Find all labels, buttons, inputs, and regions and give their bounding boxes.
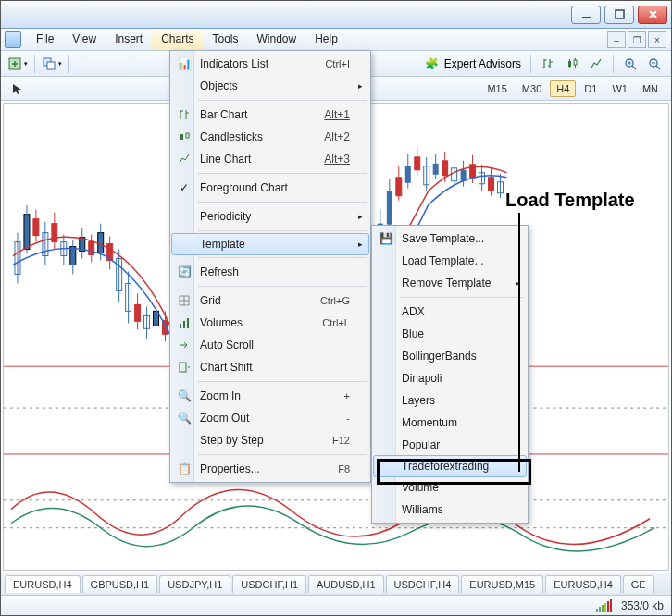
svg-rect-81 bbox=[183, 321, 185, 328]
tab-audusd-h1[interactable]: AUDUSD,H1 bbox=[308, 575, 384, 593]
menu-bar-chart[interactable]: Bar ChartAlt+1 bbox=[172, 104, 368, 126]
save-template-icon: 💾 bbox=[378, 230, 394, 247]
submenu-adx[interactable]: ADX bbox=[374, 301, 526, 323]
menu-indicators-list[interactable]: 📊Indicators ListCtrl+I bbox=[172, 53, 368, 75]
menu-chart-shift[interactable]: Chart Shift bbox=[172, 356, 368, 378]
menu-step-by-step[interactable]: Step by StepF12 bbox=[172, 429, 368, 451]
menu-grid[interactable]: GridCtrl+G bbox=[172, 290, 368, 312]
maximize-button[interactable] bbox=[604, 6, 634, 24]
tab-eurusd-h4[interactable]: EURUSD,H4 bbox=[5, 575, 81, 593]
indicators-icon: 📊 bbox=[176, 55, 193, 72]
template-submenu: 💾Save Template... Load Template... Remov… bbox=[371, 225, 529, 524]
charts-dropdown-menu: 📊Indicators ListCtrl+I Objects▸ Bar Char… bbox=[169, 50, 371, 483]
window-titlebar bbox=[1, 1, 671, 29]
status-kb: 353/0 kb bbox=[621, 599, 664, 612]
submenu-volume[interactable]: Volume bbox=[374, 476, 526, 499]
autoscroll-icon bbox=[176, 337, 193, 353]
tab-truncated[interactable]: GE bbox=[623, 575, 654, 593]
tab-usdchf-h1[interactable]: USDCHF,H1 bbox=[232, 575, 306, 593]
tab-gbpusd-h1[interactable]: GBPUSD,H1 bbox=[82, 575, 158, 593]
menu-zoom-in[interactable]: 🔍Zoom In+ bbox=[172, 385, 368, 407]
chart-tabs: EURUSD,H4 GBPUSD,H1 USDJPY,H1 USDCHF,H1 … bbox=[1, 573, 671, 595]
profiles-button[interactable] bbox=[41, 54, 63, 74]
tab-eurusd-h4-2[interactable]: EURUSD,H4 bbox=[545, 575, 621, 593]
close-button[interactable] bbox=[638, 6, 667, 24]
candlestick-icon[interactable] bbox=[561, 54, 583, 74]
checkmark-icon: ✓ bbox=[176, 179, 193, 196]
annotation-line bbox=[518, 213, 520, 472]
svg-rect-4 bbox=[47, 62, 55, 69]
menu-volumes[interactable]: VolumesCtrl+L bbox=[172, 312, 368, 334]
svg-rect-1 bbox=[616, 10, 624, 18]
submenu-load-template[interactable]: Load Template... bbox=[374, 250, 526, 272]
refresh-icon: 🔄 bbox=[176, 264, 193, 280]
menu-help[interactable]: Help bbox=[305, 29, 347, 50]
svg-rect-80 bbox=[180, 324, 181, 328]
submenu-tradeforextrading[interactable]: Tradeforextrading bbox=[373, 455, 527, 477]
expert-advisors-icon: 🧩 bbox=[425, 57, 439, 70]
line-chart-icon[interactable] bbox=[585, 54, 607, 74]
submenu-save-template[interactable]: 💾Save Template... bbox=[374, 228, 526, 250]
chartshift-icon bbox=[176, 359, 193, 376]
menu-file[interactable]: File bbox=[27, 29, 63, 50]
submenu-williams[interactable]: Williams bbox=[374, 499, 526, 521]
timeframe-mn[interactable]: MN bbox=[636, 80, 665, 97]
tab-usdjpy-h1[interactable]: USDJPY,H1 bbox=[159, 575, 230, 593]
menu-periodicity[interactable]: Periodicity▸ bbox=[172, 205, 368, 228]
status-bar: 353/0 kb bbox=[1, 595, 671, 615]
zoom-out-icon[interactable] bbox=[643, 54, 666, 74]
menu-window[interactable]: Window bbox=[248, 29, 306, 50]
timeframe-h4[interactable]: H4 bbox=[550, 80, 576, 97]
menu-charts[interactable]: Charts bbox=[152, 29, 203, 50]
submenu-layers[interactable]: Layers bbox=[374, 389, 526, 412]
submenu-dinapoli[interactable]: Dinapoli bbox=[374, 367, 526, 389]
submenu-momentum[interactable]: Momentum bbox=[374, 412, 526, 434]
expert-advisors-label: Expert Advisors bbox=[444, 57, 521, 70]
volumes-icon bbox=[176, 314, 193, 331]
mdi-close-button[interactable]: × bbox=[648, 31, 666, 48]
menu-line-chart[interactable]: Line ChartAlt+3 bbox=[172, 148, 368, 170]
menu-tools[interactable]: Tools bbox=[204, 29, 248, 50]
svg-rect-78 bbox=[180, 134, 183, 140]
annotation-load-template: Load Template bbox=[505, 190, 635, 211]
bar-chart-icon[interactable] bbox=[537, 54, 559, 74]
menu-auto-scroll[interactable]: Auto Scroll bbox=[172, 334, 368, 356]
menu-insert[interactable]: Insert bbox=[106, 29, 152, 50]
tab-usdchf-h4[interactable]: USDCHF,H4 bbox=[386, 575, 460, 593]
cursor-icon[interactable] bbox=[6, 80, 27, 98]
timeframe-m15[interactable]: M15 bbox=[480, 80, 513, 97]
svg-rect-83 bbox=[180, 363, 186, 372]
menu-properties[interactable]: 📋Properties...F8 bbox=[172, 458, 368, 480]
menu-objects[interactable]: Objects▸ bbox=[172, 75, 368, 97]
timeframe-m30[interactable]: M30 bbox=[516, 80, 548, 97]
submenu-blue[interactable]: Blue bbox=[374, 323, 526, 345]
tab-eurusd-m15[interactable]: EURUSD,M15 bbox=[461, 575, 543, 593]
expert-advisors-button[interactable]: 🧩 Expert Advisors bbox=[421, 57, 525, 70]
grid-icon bbox=[176, 292, 193, 309]
timeframe-d1[interactable]: D1 bbox=[578, 80, 604, 97]
submenu-bollinger[interactable]: BollingerBands bbox=[374, 345, 526, 367]
menu-candlesticks[interactable]: CandlesticksAlt+2 bbox=[172, 126, 368, 148]
menu-refresh[interactable]: 🔄Refresh bbox=[172, 261, 368, 283]
candlestick-icon bbox=[176, 129, 193, 145]
zoom-out-icon: 🔍 bbox=[176, 410, 193, 426]
bar-chart-icon bbox=[176, 106, 193, 123]
mdi-restore-button[interactable]: ❐ bbox=[628, 31, 646, 48]
new-chart-button[interactable] bbox=[6, 54, 29, 74]
svg-rect-79 bbox=[186, 133, 189, 138]
minimize-button[interactable] bbox=[571, 6, 601, 24]
menu-zoom-out[interactable]: 🔍Zoom Out- bbox=[172, 407, 368, 429]
menu-foreground-chart[interactable]: ✓Foreground Chart bbox=[172, 177, 368, 199]
zoom-in-icon: 🔍 bbox=[176, 388, 193, 404]
submenu-remove-template[interactable]: Remove Template▸ bbox=[374, 272, 526, 294]
svg-rect-6 bbox=[574, 60, 577, 65]
timeframe-w1[interactable]: W1 bbox=[605, 80, 634, 97]
menubar: File View Insert Charts Tools Window Hel… bbox=[1, 29, 671, 51]
submenu-popular[interactable]: Popular bbox=[374, 434, 526, 456]
svg-rect-82 bbox=[187, 318, 189, 328]
mdi-minimize-button[interactable]: – bbox=[607, 31, 626, 48]
menu-template[interactable]: Template▸ bbox=[171, 233, 369, 255]
menu-view[interactable]: View bbox=[63, 29, 106, 50]
zoom-in-icon[interactable] bbox=[619, 54, 641, 74]
app-icon bbox=[5, 31, 21, 48]
